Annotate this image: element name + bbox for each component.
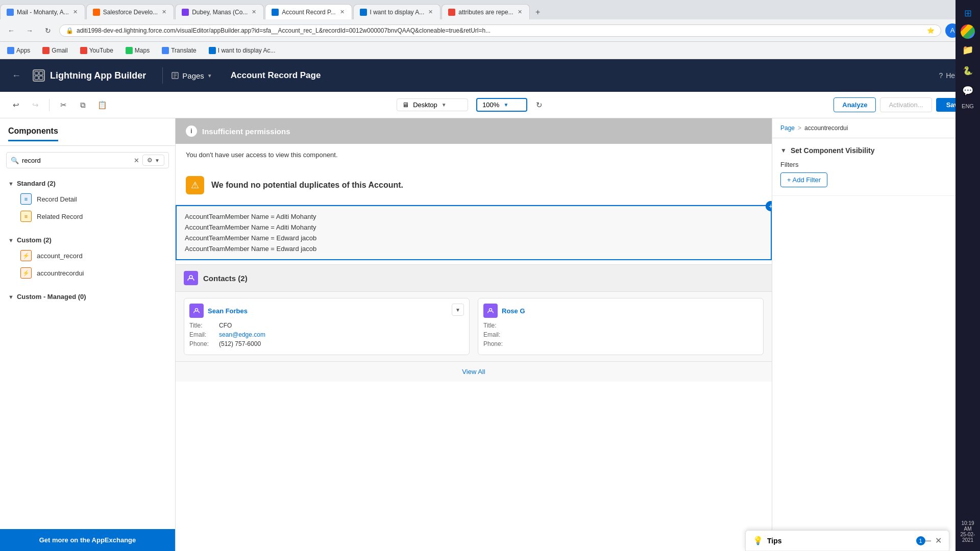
forward-button[interactable]: → <box>22 23 37 38</box>
undo-button[interactable]: ↩ <box>8 97 23 113</box>
add-filter-button[interactable]: + Add Filter <box>780 172 827 187</box>
bookmark-apps-icon <box>7 47 14 54</box>
bookmark-gmail[interactable]: Gmail <box>39 46 70 55</box>
collapse-icon[interactable]: ▼ <box>780 147 787 154</box>
view-all-button[interactable]: View All <box>176 361 772 382</box>
filter-button[interactable]: ⚙ ▼ <box>142 155 164 166</box>
record-detail-icon: ≡ <box>20 193 32 205</box>
zoom-select[interactable]: 100% ▼ <box>476 98 527 112</box>
custom-expand-icon: ▼ <box>8 237 14 243</box>
standard-section-header[interactable]: ▼ Standard (2) <box>8 177 167 190</box>
bookmark-translate[interactable]: Translate <box>159 46 200 55</box>
header-back-button[interactable]: ← <box>8 67 24 84</box>
tab-title-dubey: Dubey, Manas (Co... <box>192 9 248 16</box>
tab-display[interactable]: I want to display A... ✕ <box>353 4 441 19</box>
back-button[interactable]: ← <box>4 23 18 38</box>
contact-header-rose: Rose G <box>483 304 758 318</box>
tab-mail[interactable]: Mail - Mohanty, A... ✕ <box>0 4 85 19</box>
custom-section-label: Custom (2) <box>17 236 167 244</box>
toolbar-divider-1 <box>49 99 50 111</box>
contact-phone-field-sean: Phone: (512) 757-6000 <box>189 340 464 347</box>
tab-title-salesforce: Salesforce Develo... <box>103 9 158 16</box>
taskbar-time-value: 10:19 AM <box>958 520 978 532</box>
device-select[interactable]: 🖥 Desktop ▼ <box>397 98 468 111</box>
taskbar-datetime: 10:19 AM 25-02-2021 <box>955 516 980 547</box>
tab-favicon-mail <box>7 9 14 16</box>
copy-button[interactable]: ⧉ <box>75 97 90 113</box>
sidebar-search-container: 🔍 ✕ ⚙ ▼ <box>6 152 169 168</box>
tips-icon: 💡 <box>753 536 763 545</box>
bookmark-maps-label: Maps <box>135 47 150 54</box>
new-tab-button[interactable]: + <box>531 5 545 19</box>
bookmark-youtube-label: YouTube <box>89 47 113 54</box>
contact-name-rose[interactable]: Rose G <box>502 307 525 315</box>
bookmark-display[interactable]: I want to display Ac... <box>206 46 279 55</box>
address-bar[interactable]: 🔒 aditi1998-dev-ed.lightning.force.com/v… <box>59 24 941 37</box>
sidebar-item-record-detail[interactable]: ≡ Record Detail <box>8 190 167 208</box>
tips-badge: 1 <box>916 536 925 545</box>
activation-button[interactable]: Activation... <box>880 97 932 112</box>
contact-email-value-sean[interactable]: sean@edge.com <box>219 331 265 338</box>
tab-close-salesforce[interactable]: ✕ <box>161 8 167 16</box>
contacts-section-icon <box>184 271 198 285</box>
tips-close-button[interactable]: ✕ <box>935 536 942 545</box>
sidebar-header: Components <box>0 118 175 146</box>
tab-close-mail[interactable]: ✕ <box>72 8 79 16</box>
paste-button[interactable]: 📋 <box>94 97 110 113</box>
contact-dropdown-sean[interactable]: ▼ <box>452 304 464 316</box>
get-more-button[interactable]: Get more on the AppExchange <box>0 529 175 551</box>
team-member-row-4: AccountTeamMember Name = Edward jacob <box>185 243 763 254</box>
breadcrumb-page-link[interactable]: Page <box>780 124 795 132</box>
insufficient-permissions-desc: You don't have user access to view this … <box>176 144 772 166</box>
taskbar-chrome-icon[interactable] <box>961 24 975 39</box>
sidebar-item-account-record[interactable]: ⚡ account_record <box>8 247 167 264</box>
search-input[interactable] <box>22 157 131 164</box>
bookmark-maps[interactable]: Maps <box>122 46 153 55</box>
search-clear-icon[interactable]: ✕ <box>134 157 139 164</box>
tab-dubey[interactable]: Dubey, Manas (Co... ✕ <box>175 4 264 19</box>
tab-close-dubey[interactable]: ✕ <box>251 8 257 16</box>
team-section-add-bottom-button[interactable]: + <box>766 201 772 211</box>
tips-minimize-button[interactable]: ─ <box>925 536 931 545</box>
page-title: Account Record Page <box>231 70 321 81</box>
tab-close-attributes[interactable]: ✕ <box>517 8 523 16</box>
tab-bar: Mail - Mohanty, A... ✕ Salesforce Develo… <box>0 0 980 19</box>
record-detail-label: Record Detail <box>37 195 77 203</box>
refresh-browser-button[interactable]: ↻ <box>41 23 55 38</box>
taskbar-python-icon[interactable]: 🐍 <box>959 61 977 80</box>
sidebar-title: Components <box>8 127 58 141</box>
refresh-canvas-button[interactable]: ↻ <box>531 97 547 113</box>
app-builder-title: Lightning App Builder <box>50 70 146 81</box>
analyze-button[interactable]: Analyze <box>834 97 876 112</box>
tab-salesforce[interactable]: Salesforce Develo... ✕ <box>86 4 174 19</box>
bookmark-translate-label: Translate <box>171 47 197 54</box>
breadcrumb-current: accountrecordui <box>804 124 848 132</box>
bookmark-youtube[interactable]: YouTube <box>77 46 116 55</box>
tab-account-record[interactable]: Account Record P... ✕ <box>265 4 352 19</box>
sidebar-item-accountrecordui[interactable]: ⚡ accountrecordui <box>8 264 167 282</box>
taskbar-date-value: 25-02-2021 <box>958 532 978 543</box>
device-chevron-icon: ▼ <box>442 102 447 108</box>
sidebar-item-related-record[interactable]: ≡ Related Record <box>8 208 167 225</box>
tab-attributes[interactable]: attributes are repe... ✕ <box>442 4 529 19</box>
custom-managed-section-header[interactable]: ▼ Custom - Managed (0) <box>8 290 167 304</box>
custom-section-header[interactable]: ▼ Custom (2) <box>8 233 167 247</box>
right-panel: Page > accountrecordui ▼ Set Component V… <box>772 118 955 551</box>
bookmark-apps[interactable]: Apps <box>4 46 33 55</box>
pages-dropdown[interactable]: Pages ▼ <box>171 71 212 80</box>
contact-phone-label-rose: Phone: <box>483 340 509 347</box>
taskbar-folder-icon[interactable]: 📁 <box>959 41 977 59</box>
tab-close-account[interactable]: ✕ <box>339 8 346 16</box>
contacts-grid: Sean Forbes ▼ Title: CFO Email: sean@edg… <box>176 292 772 361</box>
tab-close-display[interactable]: ✕ <box>427 8 434 16</box>
taskbar-chat-icon[interactable]: 💬 <box>959 82 977 100</box>
info-icon: i <box>186 126 197 137</box>
insufficient-permissions-header: i Insufficient permissions <box>176 118 772 144</box>
cut-button[interactable]: ✂ <box>56 97 71 113</box>
redo-button[interactable]: ↪ <box>28 97 43 113</box>
team-members-section[interactable]: + AccountTeamMember Name = Aditi Mohanty… <box>176 205 772 260</box>
contact-title-label-rose: Title: <box>483 322 509 329</box>
taskbar-windows-icon[interactable]: ⊞ <box>959 4 977 22</box>
standard-expand-icon: ▼ <box>8 181 14 187</box>
contact-name-sean[interactable]: Sean Forbes <box>208 307 248 315</box>
